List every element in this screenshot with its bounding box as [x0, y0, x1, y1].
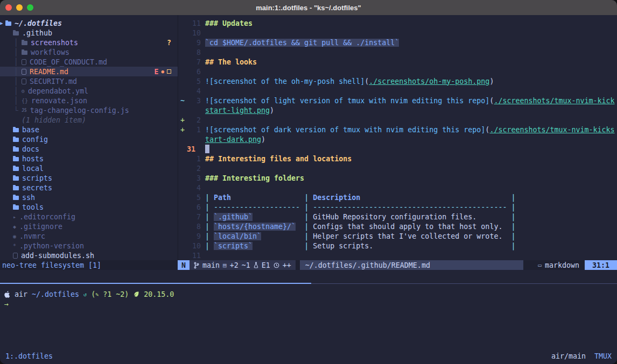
line-number: 6 — [187, 203, 201, 211]
title-bar[interactable]: main:1:.dotfiles - "ks~/.dotfiles" — [0, 0, 617, 15]
sidebar-item-base[interactable]: base — [0, 125, 178, 134]
line-number: 7 — [187, 58, 201, 66]
gear-icon: ⚙ — [22, 88, 25, 94]
editor-line[interactable]: 11### Updates — [178, 18, 617, 28]
syntax-segment: | — [205, 194, 214, 202]
gutter-sign — [178, 68, 187, 76]
line-text: ## The looks — [201, 58, 257, 66]
editor-line[interactable]: 10| `scripts` | Setup scripts. | — [178, 241, 617, 251]
syntax-segment — [261, 232, 304, 240]
expander-icon[interactable]: ▶ — [0, 20, 5, 26]
file-icon — [13, 253, 18, 259]
line-number: 31 — [187, 145, 201, 153]
line-text: | Path | Description | — [201, 194, 515, 202]
gutter-sign: + — [178, 116, 187, 124]
line-number: 7 — [187, 213, 201, 221]
editor-line[interactable]: 7| `.github` | GitHub Repository configu… — [178, 212, 617, 222]
editor-line[interactable]: 7## The looks — [178, 57, 617, 67]
sidebar-item-secrets[interactable]: secrets — [0, 183, 178, 192]
gutter-sign — [178, 194, 187, 202]
sidebar-item-readme-md[interactable]: │README.mdE● — [0, 67, 178, 76]
sidebar-item-label: .gitignore — [19, 223, 62, 231]
editor-line[interactable]: tart-dark.png) — [178, 134, 617, 144]
file-icon — [22, 59, 26, 65]
editor-line[interactable]: +1![screenshot of dark version of tmux w… — [178, 125, 617, 134]
editor-line[interactable]: 8 — [178, 47, 617, 57]
editor-line[interactable]: 6 — [178, 67, 617, 76]
folder-icon — [22, 41, 27, 45]
sidebar-item--github[interactable]: .github — [0, 28, 178, 38]
syntax-segment: ![screenshot of the oh-my-posh shell] — [205, 77, 364, 85]
sidebar-item-docs[interactable]: docs — [0, 144, 178, 154]
editor-line[interactable]: 11 — [178, 251, 617, 260]
sidebar-item-label: .github — [22, 29, 52, 37]
editor-line[interactable]: 31 — [178, 144, 617, 154]
line-text — [201, 145, 209, 153]
sidebar-item-security-md[interactable]: │SECURITY.md — [0, 76, 178, 86]
sidebar-item-label: renovate.json — [31, 97, 87, 105]
syntax-segment: | — [205, 232, 214, 240]
editor-line[interactable]: 2 — [178, 163, 617, 173]
syntax-segment: Configs that should apply to that host o… — [313, 223, 502, 231]
shell-pane[interactable]: air ~/.dotfiles ↺ (✎ ?1 ~2) 20.15.0 → — [0, 284, 617, 350]
sidebar-item-workflows[interactable]: │workflows — [0, 47, 178, 57]
editor-line[interactable]: 8| `hosts/{hostname}/` | Configs that sh… — [178, 222, 617, 231]
editor-buffer[interactable]: 11### Updates 10 9`cd $HOME/.dotfiles &&… — [178, 15, 617, 260]
line-number: 8 — [187, 223, 201, 231]
folder-icon — [22, 51, 27, 55]
sidebar-item-local[interactable]: local — [0, 163, 178, 173]
editor-line[interactable]: 4 — [178, 183, 617, 192]
sidebar-item-code-of-conduct-md[interactable]: │CODE_OF_CONDUCT.md — [0, 57, 178, 67]
editor-line[interactable]: 5| Path | Description | — [178, 192, 617, 202]
sidebar-item--python-version[interactable]: *.python-version — [0, 241, 178, 251]
sidebar-item-hosts[interactable]: hosts — [0, 154, 178, 163]
sidebar-item--editorconfig[interactable]: ▸.editorconfig — [0, 212, 178, 222]
syntax-segment: ./screenshots/oh-my-posh.png — [369, 77, 489, 85]
line-number: 2 — [187, 165, 201, 173]
sidebar-item-label: .editorconfig — [19, 213, 75, 221]
diff-file-icon: ▤ — [223, 262, 227, 269]
editor-line[interactable]: 10 — [178, 28, 617, 38]
editor-line[interactable]: ~3![screenshot of light version of tmux … — [178, 96, 617, 105]
neotree-sidebar[interactable]: ▶~/.dotfiles.github│screenshots?│workflo… — [0, 15, 178, 260]
sidebar-item-tools[interactable]: tools — [0, 202, 178, 212]
folder-icon — [13, 196, 19, 200]
sidebar-item--1-hidden-item-[interactable]: (1 hidden item) — [0, 115, 178, 125]
sidebar-item-dependabot-yml[interactable]: │⚙dependabot.yml — [0, 86, 178, 96]
syntax-segment: start-light.png — [205, 106, 270, 115]
sidebar-item-ssh[interactable]: ssh — [0, 192, 178, 202]
sidebar-item--gitignore[interactable]: ◆.gitignore — [0, 222, 178, 231]
gutter-sign — [178, 106, 187, 115]
editor-line[interactable]: 5![screenshot of the oh-my-posh shell](.… — [178, 76, 617, 86]
line-number: 3 — [187, 174, 201, 182]
folder-icon — [13, 205, 19, 210]
editor-line[interactable]: 9`cd $HOME/.dotfiles && git pull && ./in… — [178, 38, 617, 47]
editor-line[interactable]: 3### Interesting folders — [178, 173, 617, 183]
tmux-window-item[interactable]: 1:.dotfiles — [5, 352, 53, 360]
sidebar-item-add-submodules-sh[interactable]: add-submodules.sh — [0, 251, 178, 260]
editor-line[interactable]: 4 — [178, 86, 617, 96]
sidebar-item-scripts[interactable]: scripts — [0, 173, 178, 183]
syntax-segment: `.github` — [214, 213, 253, 221]
neotree-statusline: neo-tree filesystem [1] — [0, 260, 178, 270]
sidebar-item-renovate-json[interactable]: │{}renovate.json — [0, 96, 178, 105]
filetype-segment: ▭ markdown — [538, 260, 585, 270]
gutter-sign — [178, 232, 187, 240]
editor-line[interactable]: start-light.png) — [178, 105, 617, 115]
editor-line[interactable]: 1## Interesting files and locations — [178, 154, 617, 163]
editor-line[interactable]: +2 — [178, 115, 617, 125]
sidebar-item-config[interactable]: config — [0, 134, 178, 144]
sidebar-item-screenshots[interactable]: │screenshots? — [0, 38, 178, 47]
gutter-sign: + — [178, 126, 187, 134]
sidebar-item--dotfiles[interactable]: ▶~/.dotfiles — [0, 18, 178, 28]
gutter-sign — [178, 165, 187, 173]
prompt-continuation[interactable]: → — [4, 299, 617, 309]
line-text: ### Interesting folders — [201, 174, 304, 182]
tree-guide: │ — [14, 39, 22, 47]
editor-line[interactable]: 6| -------------------- | --------------… — [178, 202, 617, 212]
editor-line[interactable]: 9| `local/bin` | Helper scripts that I'v… — [178, 231, 617, 241]
gutter-sign — [178, 184, 187, 192]
sidebar-item--nvmrc[interactable]: ◉.nvmrc — [0, 231, 178, 241]
sidebar-item-tag-changelog-config-js[interactable]: └JStag-changelog-config.js — [0, 105, 178, 115]
gutter-sign — [178, 58, 187, 66]
